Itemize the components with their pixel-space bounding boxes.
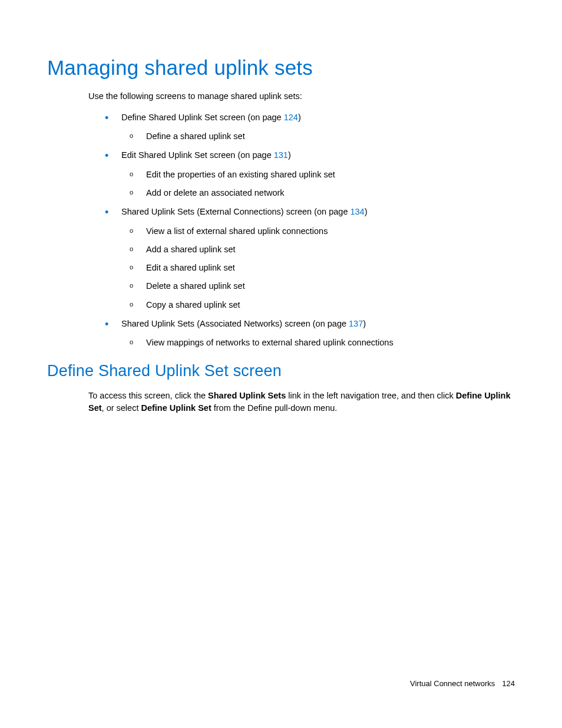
para-text: from the Define pull-down menu. bbox=[211, 403, 338, 413]
list-item-text-after: ) bbox=[365, 207, 368, 216]
intro-text: Use the following screens to manage shar… bbox=[88, 90, 515, 103]
list-item: Edit Shared Uplink Set screen (on page 1… bbox=[105, 149, 515, 199]
page-link[interactable]: 124 bbox=[284, 113, 298, 122]
page-footer: Virtual Connect networks124 bbox=[410, 679, 515, 688]
para-text: , or select bbox=[102, 403, 141, 413]
sub-item: Define a shared uplink set bbox=[130, 130, 515, 142]
list-item-text: Define Shared Uplink Set screen (on page bbox=[121, 113, 284, 122]
sub-item: Edit the properties of an existing share… bbox=[130, 169, 515, 180]
sub-item: Edit a shared uplink set bbox=[130, 262, 515, 274]
para-text: To access this screen, click the bbox=[88, 391, 208, 400]
page-link[interactable]: 131 bbox=[274, 150, 288, 160]
footer-section: Virtual Connect networks bbox=[410, 679, 495, 688]
sub-item: Delete a shared uplink set bbox=[130, 280, 515, 292]
sub-item: Add a shared uplink set bbox=[130, 243, 515, 255]
list-item-text-after: ) bbox=[288, 150, 291, 160]
page-link[interactable]: 134 bbox=[350, 207, 364, 216]
sub-item: View mappings of networks to external sh… bbox=[130, 337, 515, 348]
list-item-text-after: ) bbox=[298, 113, 301, 122]
sub-item: Copy a shared uplink set bbox=[130, 299, 515, 311]
list-item: Shared Uplink Sets (External Connections… bbox=[105, 206, 515, 311]
footer-page-number: 124 bbox=[502, 679, 515, 688]
list-item-text: Shared Uplink Sets (External Connections… bbox=[121, 207, 350, 216]
section-heading: Define Shared Uplink Set screen bbox=[47, 362, 515, 380]
section-paragraph: To access this screen, click the Shared … bbox=[88, 390, 515, 416]
page-link[interactable]: 137 bbox=[349, 319, 363, 328]
list-item-text: Shared Uplink Sets (Associated Networks)… bbox=[121, 319, 349, 328]
list-item: Shared Uplink Sets (Associated Networks)… bbox=[105, 318, 515, 349]
list-item-text: Edit Shared Uplink Set screen (on page bbox=[121, 150, 274, 160]
para-bold: Shared Uplink Sets bbox=[208, 391, 286, 400]
para-text: link in the left navigation tree, and th… bbox=[286, 391, 456, 400]
list-item-text-after: ) bbox=[363, 319, 366, 328]
bullet-list: Define Shared Uplink Set screen (on page… bbox=[105, 111, 515, 349]
para-bold: Define Uplink Set bbox=[141, 403, 211, 413]
sub-item: Add or delete an associated network bbox=[130, 187, 515, 199]
page-title: Managing shared uplink sets bbox=[47, 56, 515, 80]
list-item: Define Shared Uplink Set screen (on page… bbox=[105, 111, 515, 143]
sub-item: View a list of external shared uplink co… bbox=[130, 225, 515, 237]
